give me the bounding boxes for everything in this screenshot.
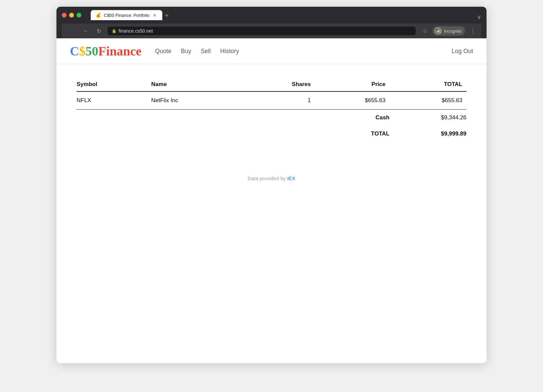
minimize-button[interactable] [69, 13, 74, 17]
total-value: $9,999.89 [389, 126, 466, 142]
cell-total: $655.63 [389, 91, 466, 110]
logo-50: 50 [85, 44, 98, 58]
total-label: TOTAL [315, 126, 389, 142]
browser-toolbar-right: ☆ 🕵 Incognito ⋮ [422, 26, 476, 36]
site-nav-links: Quote Buy Sell History [155, 48, 452, 55]
site-navbar: C $ 50 Finance Quote Buy Sell History Lo… [56, 38, 487, 64]
active-tab[interactable]: 💰 C$50 Finance: Portfolio ✕ [91, 10, 162, 20]
nav-link-sell[interactable]: Sell [201, 48, 211, 55]
portfolio-section: Symbol Name Shares Price TOTAL NFLX NetF… [56, 64, 487, 155]
traffic-lights [62, 13, 81, 17]
table-header-row: Symbol Name Shares Price TOTAL [77, 78, 466, 91]
tab-close-icon[interactable]: ✕ [152, 12, 158, 18]
portfolio-table: Symbol Name Shares Price TOTAL NFLX NetF… [77, 78, 466, 142]
tab-favicon-icon: 💰 [95, 12, 101, 18]
browser-titlebar: 💰 C$50 Finance: Portfolio ✕ + ∨ ← → ↻ 🔒 … [56, 7, 487, 38]
site-nav-right: Log Out [452, 48, 473, 55]
col-symbol: Symbol [77, 78, 151, 91]
cell-price: $655.63 [315, 91, 389, 110]
cash-value: $9,344.26 [389, 110, 466, 126]
table-row: NFLX NetFlix Inc 1 $655.63 $655.63 [77, 91, 466, 110]
logo-dollar: $ [79, 44, 85, 58]
tabs-chevron-icon[interactable]: ∨ [477, 14, 481, 20]
col-shares: Shares [245, 78, 315, 91]
forward-button[interactable]: → [81, 26, 90, 36]
tab-title: C$50 Finance: Portfolio [104, 13, 150, 18]
nav-link-history[interactable]: History [220, 48, 239, 55]
col-name: Name [151, 78, 245, 91]
page-content: C $ 50 Finance Quote Buy Sell History Lo… [56, 38, 487, 341]
cell-symbol: NFLX [77, 91, 151, 110]
lock-icon: 🔒 [112, 29, 117, 33]
browser-addressbar: ← → ↻ 🔒 finance.cs50.net ☆ 🕵 Incognito ⋮ [62, 24, 481, 38]
browser-window: 💰 C$50 Finance: Portfolio ✕ + ∨ ← → ↻ 🔒 … [56, 7, 487, 363]
browser-more-icon[interactable]: ⋮ [470, 27, 476, 35]
browser-tabs: 💰 C$50 Finance: Portfolio ✕ + ∨ [91, 10, 481, 20]
nav-link-buy[interactable]: Buy [181, 48, 191, 55]
cell-name: NetFlix Inc [151, 91, 245, 110]
bookmark-icon[interactable]: ☆ [422, 27, 428, 35]
maximize-button[interactable] [77, 13, 81, 17]
total-empty [77, 126, 315, 142]
incognito-badge: 🕵 Incognito [432, 26, 465, 36]
col-price: Price [315, 78, 389, 91]
footer-iex-link[interactable]: IEX [287, 175, 295, 181]
url-text: finance.cs50.net [119, 28, 153, 34]
incognito-avatar-icon: 🕵 [434, 27, 442, 35]
cash-empty [77, 110, 315, 126]
reload-button[interactable]: ↻ [94, 26, 103, 36]
total-row: TOTAL $9,999.89 [77, 126, 466, 142]
page-footer: Data provided by IEX [56, 155, 487, 191]
close-button[interactable] [62, 13, 67, 17]
cash-label: Cash [315, 110, 389, 126]
address-bar[interactable]: 🔒 finance.cs50.net [108, 27, 416, 35]
logout-button[interactable]: Log Out [452, 48, 473, 55]
cash-row: Cash $9,344.26 [77, 110, 466, 126]
site-logo[interactable]: C $ 50 Finance [70, 44, 141, 58]
footer-prefix: Data provided by [248, 175, 287, 181]
logo-c: C [70, 44, 79, 58]
cell-shares: 1 [245, 91, 315, 110]
logo-finance: Finance [98, 44, 141, 58]
col-total: TOTAL [389, 78, 466, 91]
new-tab-button[interactable]: + [165, 12, 169, 20]
back-button[interactable]: ← [67, 26, 77, 36]
incognito-label: Incognito [444, 29, 462, 34]
nav-link-quote[interactable]: Quote [155, 48, 171, 55]
